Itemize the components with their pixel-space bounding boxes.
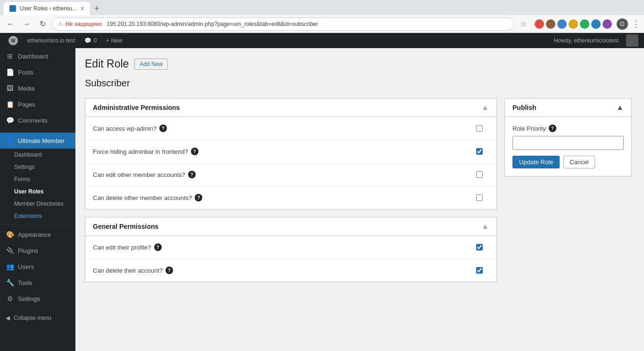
um-user-roles-label: User Roles [14, 188, 44, 195]
help-icon-delete-accounts[interactable]: ? [195, 194, 202, 201]
sidebar-item-appearance[interactable]: 🎨 Appearance [0, 226, 75, 242]
checkbox-edit-accounts[interactable] [476, 171, 483, 178]
checkbox-hide-adminbar[interactable] [476, 148, 483, 155]
checkbox-edit-profile[interactable] [476, 244, 483, 251]
admin-permissions-section: Administrative Permissions ▲ Can access … [85, 98, 497, 209]
main-column: Administrative Permissions ▲ Can access … [85, 98, 497, 290]
help-icon-role-priority[interactable]: ? [549, 125, 556, 132]
collapse-menu-btn[interactable]: ◀ Collapse menu [0, 311, 75, 325]
profile-btn[interactable]: О [617, 18, 628, 30]
checkbox-wp-admin[interactable] [476, 125, 483, 132]
permission-text-hide-adminbar: Force hiding adminbar in frontend? [93, 148, 188, 155]
publish-title: Publish [512, 104, 537, 111]
add-new-button[interactable]: Add New [134, 58, 168, 70]
admin-permissions-header[interactable]: Administrative Permissions ▲ [85, 99, 496, 117]
cancel-button[interactable]: Cancel [563, 156, 594, 168]
sidebar-submenu-extensions[interactable]: Extensions [0, 210, 75, 222]
permission-label-wp-admin: Can access wp-admin? ? [93, 125, 167, 132]
sidebar-item-comments[interactable]: 💬 Comments [0, 112, 75, 128]
permission-row-hide-adminbar: Force hiding adminbar in frontend? ? [85, 140, 496, 163]
um-dashboard-label: Dashboard [14, 151, 42, 158]
admin-permissions-content: Can access wp-admin? ? [85, 117, 496, 209]
sidebar-submenu-dashboard[interactable]: Dashboard [0, 149, 75, 161]
sidebar-item-plugins[interactable]: 🔌 Plugins [0, 242, 75, 259]
publish-header: Publish ▲ [505, 99, 631, 117]
sidebar-separator-3 [0, 309, 75, 309]
collapse-menu-label: Collapse menu [14, 315, 51, 321]
permission-text-edit-profile: Can edit their profile? [93, 244, 151, 251]
tools-icon: 🔧 [6, 278, 14, 287]
um-forms-label: Forms [14, 176, 30, 183]
admin-permissions-title: Administrative Permissions [93, 104, 180, 111]
permission-row-delete-account: Can delete their account? ? [85, 259, 496, 282]
sidebar-item-posts[interactable]: 📄 Posts [0, 64, 75, 80]
general-section-toggle[interactable]: ▲ [481, 222, 489, 231]
wp-logo-item[interactable]: W [6, 33, 21, 48]
forward-btn[interactable]: → [20, 17, 33, 31]
content-grid: Administrative Permissions ▲ Can access … [85, 98, 632, 290]
address-url: 195.201.20.193:8080/wp-admin/admin.php?p… [107, 21, 318, 27]
new-tab-btn[interactable]: + [90, 2, 103, 15]
posts-icon: 📄 [6, 68, 14, 76]
sidebar-submenu-settings[interactable]: Settings [0, 161, 75, 173]
sidebar-submenu-user-roles[interactable]: User Roles [0, 185, 75, 198]
sidebar-item-label-dashboard: Dashboard [18, 53, 48, 60]
general-permissions-header[interactable]: General Permissions ▲ [85, 217, 496, 236]
comments-count: 0 [93, 37, 97, 44]
site-name-item[interactable]: ethereumico.io test [25, 33, 78, 48]
new-item[interactable]: + New [103, 33, 125, 48]
refresh-btn[interactable]: ↻ [36, 17, 49, 31]
dashboard-icon: ⊞ [6, 52, 14, 60]
help-icon-edit-accounts[interactable]: ? [188, 171, 196, 178]
ext-icon-1 [535, 19, 544, 29]
checkbox-delete-account[interactable] [476, 267, 483, 274]
permission-label-delete-account: Can delete their account? ? [93, 267, 173, 274]
publish-toggle-btn[interactable]: ▲ [616, 103, 624, 112]
um-settings-label: Settings [14, 164, 34, 170]
sidebar-item-dashboard[interactable]: ⊞ Dashboard [0, 48, 75, 64]
sidebar-column: Publish ▲ Role Priority ? Update [504, 98, 632, 290]
um-extensions-label: Extensions [14, 213, 42, 219]
sidebar-item-media[interactable]: 🖼 Media [0, 80, 75, 96]
admin-section-toggle[interactable]: ▲ [481, 103, 489, 112]
comments-item[interactable]: 💬 0 [82, 33, 99, 48]
tab-close-btn[interactable]: × [81, 5, 84, 12]
help-icon-wp-admin[interactable]: ? [159, 125, 167, 132]
ext-icon-6 [591, 19, 601, 29]
menu-btn[interactable]: ⋮ [632, 19, 640, 29]
checkbox-delete-accounts[interactable] [476, 194, 483, 201]
wp-main: ⊞ Dashboard 📄 Posts 🖼 Media 📋 Pages 💬 Co… [0, 48, 644, 351]
ext-icon-2 [546, 19, 555, 29]
sidebar-item-settings[interactable]: ⚙ Settings [0, 291, 75, 307]
role-name-title: Subscriber [85, 78, 632, 89]
sidebar-submenu-member-directories[interactable]: Member Directories [0, 198, 75, 210]
role-priority-input[interactable] [512, 136, 624, 150]
sidebar-submenu-forms[interactable]: Forms [0, 173, 75, 185]
general-permissions-content: Can edit their profile? ? [85, 236, 496, 282]
back-btn[interactable]: ← [4, 17, 17, 31]
help-icon-delete-account[interactable]: ? [165, 267, 173, 274]
publish-box: Publish ▲ Role Priority ? Update [504, 98, 632, 176]
comments-icon: 💬 [84, 37, 91, 44]
sidebar-item-label-posts: Posts [18, 69, 33, 76]
sidebar-item-label-plugins: Plugins [18, 247, 38, 254]
tab-favicon [9, 5, 16, 12]
bookmark-btn[interactable]: ☆ [517, 17, 530, 31]
help-icon-hide-adminbar[interactable]: ? [191, 148, 198, 155]
browser-chrome: User Roles ‹ ethereu... × + ← → ↻ ⚠ Не з… [0, 0, 644, 33]
sidebar-item-users[interactable]: 👥 Users [0, 259, 75, 275]
sidebar-item-ultimate-member[interactable]: 👤 Ultimate Member [0, 133, 75, 149]
sidebar-item-tools[interactable]: 🔧 Tools [0, 275, 75, 291]
address-bar[interactable]: ⚠ Не защищено 195.201.20.193:8080/wp-adm… [52, 17, 514, 31]
checkbox-wrap-wp-admin [470, 125, 489, 132]
help-icon-edit-profile[interactable]: ? [154, 243, 162, 251]
permission-text-wp-admin: Can access wp-admin? [93, 125, 157, 132]
general-permissions-title: General Permissions [93, 223, 158, 230]
wp-sidebar: ⊞ Dashboard 📄 Posts 🖼 Media 📋 Pages 💬 Co… [0, 48, 75, 351]
plugins-icon: 🔌 [6, 246, 14, 255]
browser-tab-active[interactable]: User Roles ‹ ethereu... × [4, 2, 90, 15]
publish-content: Role Priority ? Update Role Cancel [505, 117, 631, 176]
ext-icon-4 [569, 19, 578, 29]
sidebar-item-pages[interactable]: 📋 Pages [0, 96, 75, 112]
update-role-button[interactable]: Update Role [512, 156, 560, 168]
